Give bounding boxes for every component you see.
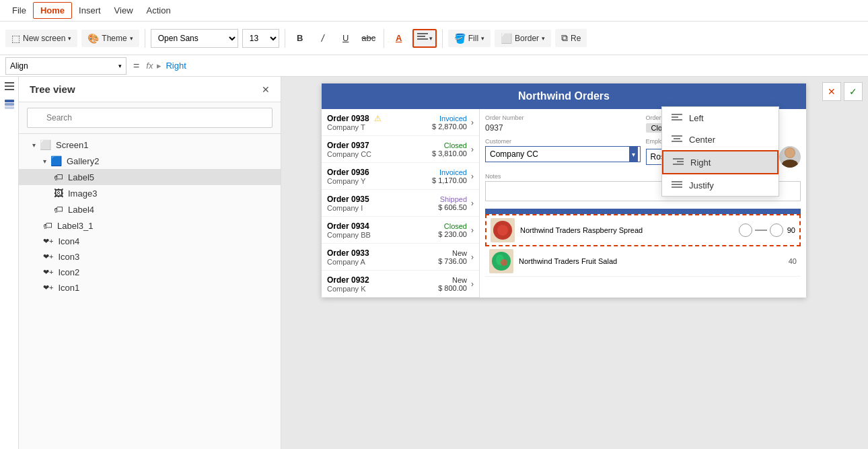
order-company: Company BB (327, 231, 438, 239)
reorder-button[interactable]: ⧉ Re (555, 29, 587, 47)
chevron-right-icon: › (471, 172, 474, 181)
tree-title: Tree view (30, 83, 75, 95)
bold-button[interactable]: B (291, 29, 310, 48)
tree-close-button[interactable]: ✕ (262, 84, 270, 95)
tree-item-icon1[interactable]: ❤+ Icon1 (19, 280, 281, 296)
label-icon: 🏷 (43, 220, 52, 231)
tree-content: ▾ ⬜ Screen1 ▾ 🟦 Gallery2 🏷 Label5 🖼 Imag… (19, 134, 281, 449)
tree-item-label3-1[interactable]: 🏷 Label3_1 (19, 217, 281, 234)
order-status: New (438, 276, 467, 284)
tree-search-area: 🔍 (19, 102, 281, 134)
product-name: Northwind Traders Raspberry Spread (520, 226, 733, 234)
menu-action[interactable]: Action (140, 3, 178, 18)
close-panel-button[interactable]: ✕ (822, 82, 841, 101)
menu-view[interactable]: View (108, 3, 140, 18)
new-screen-button[interactable]: ⬚ New screen ▾ (5, 30, 77, 47)
tree-item-label5[interactable]: 🏷 Label5 (19, 169, 281, 185)
equals-sign: = (131, 60, 142, 72)
search-input[interactable] (27, 108, 273, 128)
order-right: New $ 800.00 (438, 276, 467, 292)
screen-icon: ⬜ (40, 139, 51, 150)
menu-home[interactable]: Home (33, 2, 72, 19)
product-row[interactable]: Northwind Traders Fruit Salad 40 (485, 246, 801, 277)
order-item[interactable]: Order 0937 Company CC Closed $ 3,810.00 … (322, 136, 479, 163)
tree-item-label: Gallery2 (67, 156, 99, 166)
align-left-option[interactable]: Left (662, 107, 779, 129)
underline-button[interactable]: U (336, 29, 355, 48)
chevron-right-icon: › (471, 199, 474, 208)
tree-item-icon4[interactable]: ❤+ Icon4 (19, 234, 281, 249)
customer-label: Customer (485, 138, 641, 145)
order-left: Order 0932 Company K (327, 275, 438, 293)
order-item[interactable]: Order 0935 Company I Shipped $ 606.50 › (322, 190, 479, 217)
chevron-down-icon: ▾ (32, 141, 36, 149)
font-family-select[interactable]: Open Sans (151, 29, 238, 48)
align-center-icon (672, 134, 682, 145)
tree-item-label: Label4 (68, 205, 94, 215)
order-company: Company CC (327, 150, 432, 158)
tree-item-label: Icon3 (58, 252, 79, 262)
align-button[interactable]: ▾ (412, 29, 437, 48)
order-number-value: 0937 (485, 123, 503, 133)
tree-item-icon3[interactable]: ❤+ Icon3 (19, 249, 281, 265)
order-left: Order 0933 Company A (327, 248, 438, 266)
tree-item-image3[interactable]: 🖼 Image3 (19, 185, 281, 201)
fill-button[interactable]: 🪣 Fill ▾ (448, 30, 491, 47)
fill-label: Fill (468, 34, 478, 43)
tree-panel: Tree view ✕ 🔍 ▾ ⬜ Screen1 ▾ 🟦 Gallery2 (19, 77, 281, 449)
menu-file[interactable]: File (5, 3, 33, 18)
product-qty: 40 (789, 257, 797, 265)
layers-icon[interactable] (3, 98, 15, 112)
svg-point-10 (497, 225, 508, 236)
order-item[interactable]: Order 0938 ⚠ Company T Invoiced $ 2,870.… (322, 109, 479, 136)
menu-insert[interactable]: Insert (72, 3, 108, 18)
align-justify-option[interactable]: Justify (662, 174, 779, 196)
tree-item-gallery2[interactable]: ▾ 🟦 Gallery2 (19, 153, 281, 169)
chevron-down-icon: ▾ (43, 158, 46, 165)
ribbon-sep-1 (145, 29, 145, 48)
align-center-option[interactable]: Center (662, 129, 779, 150)
border-button[interactable]: ⬜ Border ▾ (495, 30, 551, 47)
tree-item-icon2[interactable]: ❤+ Icon2 (19, 265, 281, 280)
order-company: Company K (327, 285, 438, 293)
order-item[interactable]: Order 0933 Company A New $ 736.00 › (322, 244, 479, 271)
label-icon: 🏷 (54, 172, 63, 182)
confirm-button[interactable]: ✓ (844, 82, 863, 101)
align-right-label: Right (690, 158, 711, 168)
product-row[interactable]: Northwind Traders Raspberry Spread 90 (485, 214, 801, 246)
hamburger-menu-icon[interactable] (5, 82, 14, 90)
order-left: Order 0937 Company CC (327, 140, 432, 158)
order-item[interactable]: Order 0934 Company BB Closed $ 230.00 › (322, 217, 479, 244)
font-size-select[interactable]: 13 (242, 29, 279, 48)
order-company: Company Y (327, 177, 432, 185)
formula-value[interactable]: Right (166, 61, 186, 71)
border-icon: ⬜ (501, 33, 512, 44)
order-item[interactable]: Order 0932 Company K New $ 800.00 › (322, 271, 479, 298)
strikethrough-button[interactable]: abc (359, 29, 378, 48)
employee-photo (779, 146, 801, 168)
tree-item-screen1[interactable]: ▾ ⬜ Screen1 (19, 137, 281, 153)
tree-item-label4[interactable]: 🏷 Label4 (19, 201, 281, 217)
order-item[interactable]: Order 0936 Company Y Invoiced $ 1,170.00… (322, 163, 479, 190)
ribbon-sep-4 (442, 29, 443, 48)
italic-button[interactable]: / (314, 29, 332, 48)
align-right-option[interactable]: Right (662, 150, 779, 174)
qty-circle (770, 223, 783, 237)
order-number-field: Order Number 0937 (485, 114, 641, 133)
order-amount: $ 3,810.00 (432, 149, 467, 158)
align-center-label: Center (689, 135, 715, 145)
svg-point-8 (785, 148, 795, 158)
main-layout: Tree view ✕ 🔍 ▾ ⬜ Screen1 ▾ 🟦 Gallery2 (0, 77, 868, 449)
order-amount: $ 1,170.00 (432, 176, 467, 184)
order-company: Company T (327, 123, 432, 131)
align-icon (417, 32, 429, 44)
order-number: Order 0935 (327, 195, 369, 204)
customer-field: Customer Company CC ▾ (485, 138, 641, 168)
order-number: Order 0933 (327, 248, 369, 258)
customer-select[interactable]: Company CC (485, 146, 641, 162)
order-status: Invoiced (432, 168, 467, 176)
theme-button[interactable]: 🎨 Theme ▾ (81, 30, 139, 47)
font-color-button[interactable]: A (390, 29, 408, 48)
name-box[interactable]: Align ▾ (5, 57, 126, 75)
label-icon: 🏷 (54, 204, 63, 215)
